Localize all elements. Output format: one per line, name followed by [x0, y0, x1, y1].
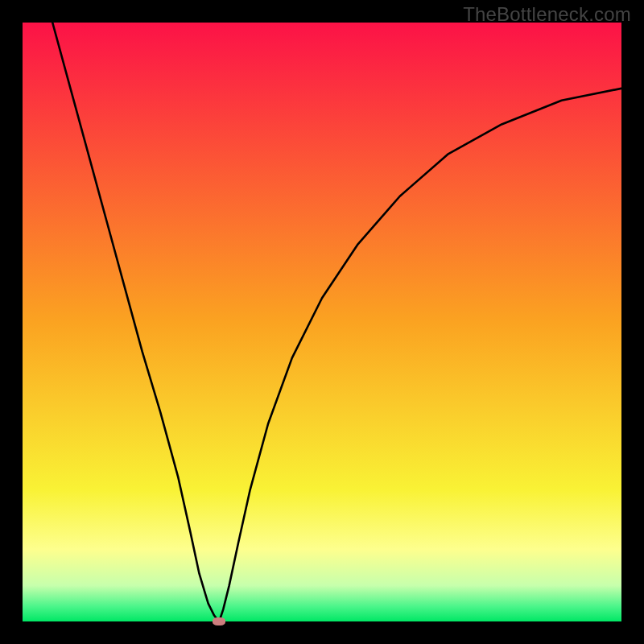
optimum-marker — [213, 617, 225, 625]
chart-plot-area — [23, 23, 621, 621]
chart-svg — [23, 23, 621, 621]
watermark-text: TheBottleneck.com — [463, 3, 631, 26]
chart-frame: TheBottleneck.com — [0, 0, 644, 644]
